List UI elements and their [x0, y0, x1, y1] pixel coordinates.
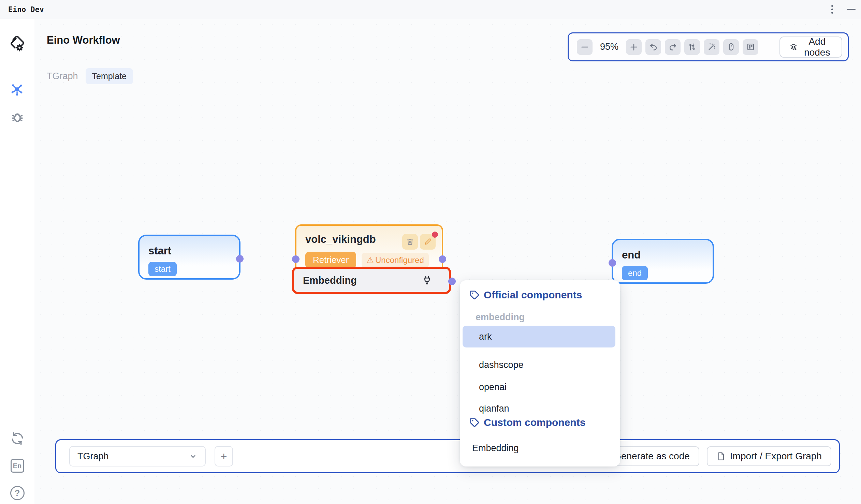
node-end[interactable]: end end [612, 239, 714, 284]
component-item-openai[interactable]: openai [463, 376, 615, 398]
embedding-slot-selected[interactable]: Embedding [292, 267, 451, 294]
node-volc-badges: Retriever ⚠Unconfigured [305, 252, 429, 268]
eino-logo-icon [7, 34, 28, 55]
component-dropdown-panel: Official components embedding ark dashsc… [460, 280, 620, 466]
embedding-slot-label: Embedding [303, 275, 357, 286]
sidebar-item-debug-bug-icon[interactable] [7, 107, 28, 128]
component-item-dashscope[interactable]: dashscope [463, 354, 615, 376]
edit-pencil-icon[interactable] [420, 234, 436, 250]
node-start-badge: start [148, 262, 177, 276]
zoom-in-icon[interactable] [626, 39, 642, 55]
tag-icon [469, 417, 480, 428]
window-controls [830, 0, 856, 19]
node-end-title: end [622, 249, 641, 261]
tag-icon [469, 290, 480, 300]
node-volc-output-handle[interactable] [439, 255, 446, 263]
page-title: Eino Workflow [47, 34, 120, 46]
workflow-canvas[interactable]: Eino Workflow TGraph Template 95% [35, 19, 861, 504]
node-volc-input-handle[interactable] [292, 255, 300, 263]
chevron-down-icon [189, 452, 197, 461]
graph-select-value: TGraph [78, 451, 109, 462]
auto-layout-icon[interactable] [684, 39, 700, 55]
node-start-title: start [148, 245, 171, 257]
official-components-header: Official components [469, 289, 582, 301]
canvas-toolbar: 95% Add nodes [568, 32, 849, 61]
add-graph-button[interactable]: + [215, 446, 233, 466]
file-icon [716, 451, 726, 461]
component-item-qianfan[interactable]: qianfan [463, 397, 615, 419]
minimap-icon[interactable] [743, 39, 758, 55]
kebab-menu-icon[interactable] [830, 4, 834, 15]
component-item-ark[interactable]: ark [463, 326, 615, 348]
edit-notification-dot [432, 232, 438, 238]
node-end-input-handle[interactable] [609, 259, 616, 267]
sidebar: En ? [0, 19, 35, 504]
undo-icon[interactable] [645, 39, 661, 55]
sidebar-language-en-icon[interactable]: En [7, 455, 28, 476]
node-type-badge: Retriever [305, 252, 356, 268]
status-badge: ⚠Unconfigured [361, 253, 428, 268]
node-start-output-handle[interactable] [236, 255, 244, 263]
app-title: Eino Dev [8, 5, 44, 14]
plug-icon [422, 275, 433, 286]
component-item-embedding-custom[interactable]: Embedding [463, 437, 615, 459]
layers-add-icon [790, 41, 797, 53]
node-volc-actions [402, 234, 436, 250]
breadcrumb-graph-name: TGraph [47, 71, 78, 82]
zoom-out-icon[interactable] [577, 39, 592, 55]
add-nodes-label: Add nodes [802, 36, 832, 58]
breadcrumb: TGraph Template [47, 68, 133, 84]
zoom-level: 95% [596, 42, 622, 52]
node-start[interactable]: start start [138, 235, 241, 280]
import-export-button[interactable]: Import / Export Graph [707, 446, 831, 466]
help-icon: ? [10, 486, 25, 500]
bottom-bar: TGraph + Generate as code Import / Expor… [55, 439, 840, 473]
warning-icon: ⚠ [366, 255, 374, 265]
magic-wand-icon[interactable] [704, 39, 720, 55]
add-nodes-button[interactable]: Add nodes [779, 37, 842, 58]
titlebar: Eino Dev [0, 0, 861, 19]
sidebar-help-icon[interactable]: ? [7, 482, 28, 504]
embedding-slot-handle[interactable] [448, 278, 456, 285]
sidebar-item-workflow[interactable] [7, 80, 28, 101]
redo-icon[interactable] [665, 39, 681, 55]
minimize-icon[interactable] [847, 9, 856, 10]
breadcrumb-template-badge: Template [86, 68, 133, 84]
delete-icon[interactable] [402, 234, 418, 250]
node-end-badge: end [622, 266, 648, 280]
mouse-icon[interactable] [723, 39, 739, 55]
node-volc-title: volc_vikingdb [305, 233, 376, 246]
embedding-group-label: embedding [476, 312, 525, 323]
sidebar-sync-icon[interactable] [7, 428, 28, 449]
custom-components-header: Custom components [469, 417, 585, 428]
language-en-icon: En [11, 459, 24, 473]
graph-select[interactable]: TGraph [69, 446, 206, 466]
